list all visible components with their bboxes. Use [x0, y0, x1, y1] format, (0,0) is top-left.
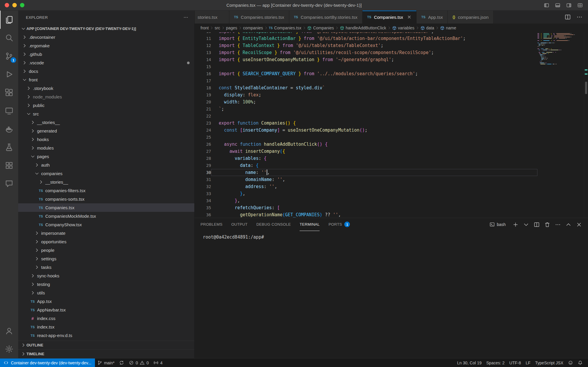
status-eol[interactable]: LF	[523, 358, 533, 367]
code-line-31[interactable]: 31 domainName: '',	[195, 176, 537, 183]
tree-item-react-app-env-d-ts[interactable]: TSreact-app-env.d.ts	[18, 331, 194, 340]
code-line-15[interactable]: 15	[195, 63, 537, 70]
feedback-button[interactable]	[566, 358, 575, 367]
activity-item-docker[interactable]	[0, 120, 18, 138]
maximize-panel-icon[interactable]	[565, 222, 572, 228]
tree-item-tasks[interactable]: tasks	[18, 263, 194, 272]
notifications-button[interactable]	[575, 358, 585, 367]
minimap[interactable]	[537, 32, 584, 218]
breadcrumb-data[interactable]: data	[420, 26, 434, 30]
shell-selector[interactable]: bash	[490, 222, 506, 227]
tree-item-modules[interactable]: modules	[18, 144, 194, 152]
code-line-32[interactable]: 32 address: '',	[195, 183, 537, 190]
tree-item-companies[interactable]: companies	[18, 169, 194, 178]
panel-tab-ports[interactable]: PORTS1	[328, 218, 350, 231]
status-cursor-position[interactable]: Ln 30, Col 19	[455, 358, 484, 367]
code-line-18[interactable]: 18const StyledTableContainer = styled.di…	[195, 84, 537, 91]
tree-item-index-css[interactable]: #index.css	[18, 314, 194, 323]
outline-section[interactable]: OUTLINE	[18, 341, 194, 349]
panel-tab-debug-console[interactable]: DEBUG CONSOLE	[256, 218, 291, 231]
tree-item-appnavbar-tsx[interactable]: TSAppNavbar.tsx	[18, 306, 194, 314]
overview-ruler[interactable]	[584, 32, 588, 218]
panel-tab-terminal[interactable]: TERMINAL	[300, 218, 320, 231]
split-terminal-icon[interactable]	[534, 222, 540, 228]
activity-item-explorer[interactable]	[0, 11, 18, 29]
tree-item-generated[interactable]: generated	[18, 127, 194, 135]
activity-item-accounts[interactable]	[0, 322, 18, 340]
code-line-23[interactable]: 23export function Companies() {	[195, 120, 537, 127]
tree-item-utils[interactable]: utils	[18, 289, 194, 297]
breadcrumb-companies-tsx[interactable]: TSCompanies.tsx	[269, 26, 301, 30]
code-line-26[interactable]: 26 async function handleAddButtonClick()…	[195, 141, 537, 148]
code-line-14[interactable]: 14import { useInsertOneCompanyMutation }…	[195, 56, 537, 63]
tree-item-storybook[interactable]: .storybook	[18, 84, 194, 93]
breadcrumb-variables[interactable]: variables	[392, 26, 415, 30]
layout-right-icon[interactable]	[566, 3, 572, 8]
status-encoding[interactable]: UTF-8	[507, 358, 523, 367]
tab-companies-sortby-stories-tsx[interactable]: TSCompanies.sortBy.stories.tsx	[289, 11, 363, 24]
code-line-19[interactable]: 19 display: flex;	[195, 91, 537, 98]
zoom-window-button[interactable]	[20, 3, 24, 7]
scrollbar-thumb[interactable]	[585, 82, 587, 94]
breadcrumb-handleaddbuttonclick[interactable]: handleAddButtonClick	[340, 26, 386, 30]
tree-item-node-modules[interactable]: node_modules	[18, 93, 194, 101]
tab-app-tsx[interactable]: TSApp.tsx	[417, 11, 448, 24]
timeline-section[interactable]: TIMELINE	[18, 349, 194, 358]
code-line-21[interactable]: 21`;	[195, 105, 537, 113]
git-branch-status[interactable]: main*	[95, 358, 117, 367]
tree-item-people[interactable]: people	[18, 246, 194, 254]
tree-item-front[interactable]: front	[18, 76, 194, 84]
sync-changes-button[interactable]	[117, 358, 126, 367]
code-line-35[interactable]: 35 refetchQueries: [	[195, 204, 537, 211]
code-line-13[interactable]: 13import { RecoilScope } from '@/ui/util…	[195, 49, 537, 56]
code-line-16[interactable]: 16import { SEARCH_COMPANY_QUERY } from '…	[195, 70, 537, 77]
tree-item-companies-sorts-tsx[interactable]: TScompanies-sorts.tsx	[18, 195, 194, 203]
tab-stories-tsx[interactable]: stories.tsx	[195, 11, 229, 24]
code-editor[interactable]: 10import { WithTopBarContainer } from '@…	[195, 32, 537, 218]
activity-item-extensions[interactable]	[0, 83, 18, 102]
tree-item-companies-tsx[interactable]: TSCompanies.tsx	[18, 203, 194, 212]
activity-item-manage[interactable]	[0, 340, 18, 358]
activity-item-remote-explorer[interactable]	[0, 102, 18, 120]
breadcrumb-src[interactable]: src	[215, 26, 220, 30]
breadcrumb-companies[interactable]: companies	[243, 26, 263, 30]
tree-item-settings[interactable]: settings	[18, 254, 194, 263]
code-line-25[interactable]: 25	[195, 134, 537, 141]
layout-bottom-icon[interactable]	[555, 3, 560, 8]
close-window-button[interactable]	[5, 3, 9, 7]
more-editor-actions-icon[interactable]	[576, 14, 583, 20]
code-line-36[interactable]: 36 getOperationName(GET_COMPANIES) ?? ''…	[195, 211, 537, 218]
code-line-10[interactable]: 10import { WithTopBarContainer } from '@…	[195, 32, 537, 35]
code-line-22[interactable]: 22	[195, 113, 537, 120]
remote-indicator[interactable]: Container dev-twenty-dev (dev-twenty-dev…	[0, 358, 95, 367]
tree-item-hooks[interactable]: hooks	[18, 135, 194, 144]
code-line-29[interactable]: 29 data: {	[195, 162, 537, 169]
code-line-12[interactable]: 12import { TableContext } from '@/ui/tab…	[195, 42, 537, 49]
code-line-27[interactable]: 27 await insertCompany({	[195, 148, 537, 155]
tab-companies-stories-tsx[interactable]: TSCompanies.stories.tsx	[229, 11, 289, 24]
tree-item-app-tsx[interactable]: TSApp.tsx	[18, 297, 194, 306]
tree-item-docs[interactable]: docs	[18, 67, 194, 76]
terminal[interactable]: root@0a42ecd84891:/app#	[195, 231, 588, 358]
problems-status[interactable]: 00	[126, 358, 151, 367]
activity-item-source-control[interactable]: 1	[0, 47, 18, 65]
tab-close-button[interactable]	[407, 15, 412, 19]
tree-item-impersonate[interactable]: impersonate	[18, 229, 194, 237]
forwarded-ports-status[interactable]: 4	[151, 358, 165, 367]
code-line-17[interactable]: 17	[195, 77, 537, 84]
activity-item-testing[interactable]	[0, 138, 18, 156]
code-line-30[interactable]: 30 name: '',	[195, 169, 537, 176]
tree-item-index-tsx[interactable]: TSindex.tsx	[18, 323, 194, 331]
views-and-more-actions-icon[interactable]	[183, 15, 188, 20]
breadcrumb-name[interactable]: name	[440, 26, 456, 30]
split-editor-icon[interactable]	[564, 14, 571, 20]
tree-item-testing[interactable]: testing	[18, 280, 194, 289]
tree-item-sync-hooks[interactable]: sync-hooks	[18, 272, 194, 280]
status-language-mode[interactable]: TypeScript JSX	[533, 358, 566, 367]
code-line-34[interactable]: 34 },	[195, 197, 537, 204]
code-line-20[interactable]: 20 width: 100%;	[195, 98, 537, 105]
tab-companies-json[interactable]: {}companies.json	[448, 11, 494, 24]
tree-item-public[interactable]: public	[18, 101, 194, 110]
activity-item-extension-grid[interactable]	[0, 156, 18, 175]
more-terminal-actions-icon[interactable]	[555, 222, 561, 228]
